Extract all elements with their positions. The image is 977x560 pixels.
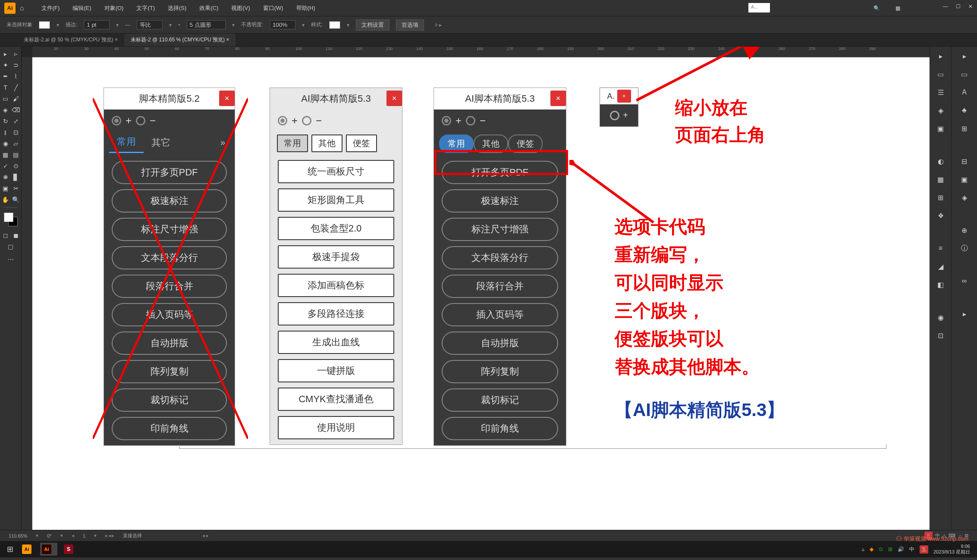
panel-52-btn-5[interactable]: 插入页码等: [112, 303, 227, 326]
draw-mode-behind[interactable]: ◼: [11, 231, 21, 240]
panel-52-btn-2[interactable]: 标注尺寸增强: [112, 218, 227, 241]
tray-ime-1[interactable]: 中: [909, 546, 914, 553]
prefs-button[interactable]: 首选项: [396, 19, 424, 31]
transparency-icon[interactable]: ◧: [935, 278, 947, 291]
shape-builder-tool[interactable]: ◉: [1, 139, 10, 148]
taskbar-app-ai-1[interactable]: Ai: [20, 543, 38, 556]
rectangle-tool[interactable]: ▭: [1, 94, 10, 103]
menu-effect[interactable]: 效果(C): [193, 4, 225, 12]
panel-c-icon[interactable]: ♣: [958, 104, 971, 116]
panel-52-btn-8[interactable]: 裁切标记: [112, 388, 227, 412]
para-icon[interactable]: ⓙ: [958, 242, 971, 254]
search-icon[interactable]: 🔍: [873, 5, 880, 11]
panel-52-btn-3[interactable]: 文本段落分行: [112, 246, 227, 269]
direct-selection-tool[interactable]: ▹: [11, 49, 21, 59]
doc-tab-2[interactable]: 未标题-2 @ 110.65 % (CMYK/CPU 预览) ×: [124, 34, 236, 46]
panel-53-light-radio-1[interactable]: [278, 116, 287, 125]
uniform-input[interactable]: [137, 20, 163, 29]
type-tool[interactable]: T: [1, 83, 10, 92]
panel-53-light-tab-other[interactable]: 其他: [311, 135, 342, 152]
tray-icon-2[interactable]: ◆: [870, 546, 873, 552]
fg-color[interactable]: [4, 213, 13, 222]
mesh-tool[interactable]: ▦: [1, 150, 10, 160]
menu-window[interactable]: 窗口(W): [257, 4, 290, 12]
symbol-sprayer-tool[interactable]: ❋: [1, 172, 10, 182]
panel-53-light-btn-1[interactable]: 矩形圆角工具: [278, 188, 394, 212]
transform-icon[interactable]: ▣: [958, 173, 971, 185]
align-icon[interactable]: ⊩▸: [435, 22, 442, 28]
tray-vol-icon[interactable]: 🔊: [898, 546, 904, 552]
taskbar-app-s[interactable]: S: [60, 543, 77, 556]
panel-53-dark-tab-common[interactable]: 常用: [439, 135, 474, 153]
taskbar-clock[interactable]: 9:06 2023/8/13 星期日: [933, 544, 970, 555]
mini-panel-radio[interactable]: [610, 111, 619, 120]
fill-swatch[interactable]: [39, 21, 50, 29]
minimize-icon[interactable]: —: [943, 3, 948, 9]
perspective-tool[interactable]: ▱: [11, 139, 21, 148]
panel-53-light-btn-7[interactable]: 一键拼版: [278, 359, 394, 382]
tray-ime-2[interactable]: 五: [920, 545, 928, 554]
comments-icon[interactable]: ▸: [958, 50, 971, 62]
panel-53-dark-radio-2[interactable]: [466, 116, 475, 125]
panel-53-dark-close[interactable]: ×: [550, 91, 566, 106]
home-icon[interactable]: ⌂: [20, 4, 24, 12]
menu-view[interactable]: 视图(V): [225, 4, 256, 12]
panel-52-btn-1[interactable]: 极速标注: [112, 189, 227, 213]
zoom-tool[interactable]: 🔍: [11, 195, 21, 204]
panel-53-light-btn-5[interactable]: 多段路径连接: [278, 302, 394, 325]
panel-53-dark-tab-other[interactable]: 其他: [474, 135, 508, 153]
canvas[interactable]: 脚本精简版5.2 × + − 常用 其它 » 打开多页PDF 极速标注: [32, 57, 930, 530]
menu-help[interactable]: 帮助(H): [290, 4, 322, 12]
panel-53-light-tab-common[interactable]: 常用: [277, 135, 308, 152]
search-top[interactable]: A...: [748, 3, 770, 13]
char-icon[interactable]: ⊕: [958, 224, 971, 236]
magic-wand-tool[interactable]: ✦: [1, 60, 10, 70]
shaper-tool[interactable]: ◈: [1, 105, 10, 115]
panel-b-icon[interactable]: A: [958, 86, 971, 98]
panel-53-light-btn-0[interactable]: 统一画板尺寸: [278, 160, 394, 183]
hand-tool[interactable]: ✋: [1, 195, 10, 204]
eyedropper-tool[interactable]: ✓: [1, 161, 10, 171]
panel-52-btn-6[interactable]: 自动拼版: [112, 332, 227, 355]
doc-tab-1[interactable]: 未标题-2.ai @ 50 % (CMYK/CPU 预览) ×: [17, 34, 124, 46]
panel-52-chevron[interactable]: »: [216, 135, 229, 150]
selection-tool[interactable]: ▸: [1, 49, 10, 59]
panel-53-dark-btn-1[interactable]: 极速标注: [442, 189, 558, 213]
start-button[interactable]: ⊞: [3, 544, 18, 554]
stroke-panel-icon[interactable]: ≡: [935, 242, 947, 254]
panel-53-dark-btn-8[interactable]: 裁切标记: [442, 388, 558, 412]
graphic-styles-icon[interactable]: ⊡: [935, 329, 947, 341]
panel-53-light-close[interactable]: ×: [386, 91, 402, 106]
libraries-icon[interactable]: ▭: [935, 68, 947, 80]
close-icon[interactable]: ✕: [968, 3, 973, 9]
panel-53-light-btn-3[interactable]: 极速手提袋: [278, 245, 394, 269]
maximize-icon[interactable]: ☐: [956, 3, 961, 9]
panel-53-dark-tab-note[interactable]: 便签: [508, 135, 543, 153]
artboard-nav[interactable]: 1: [83, 533, 85, 538]
panel-53-dark-btn-4[interactable]: 段落行合并: [442, 275, 558, 298]
menu-object[interactable]: 对象(O): [98, 4, 130, 12]
style-swatch[interactable]: [329, 21, 340, 29]
pen-tool[interactable]: ✒: [1, 72, 10, 81]
panel-53-dark-btn-2[interactable]: 标注尺寸增强: [442, 218, 558, 241]
panel-a-icon[interactable]: ▭: [958, 68, 971, 80]
asset-icon[interactable]: ◈: [935, 104, 947, 116]
panel-52-btn-9[interactable]: 印前角线: [112, 417, 227, 440]
panel-52-radio-1[interactable]: [112, 116, 121, 125]
width-tool[interactable]: ⫿: [1, 128, 10, 137]
symbols-icon[interactable]: ❖: [935, 210, 947, 222]
layers-icon[interactable]: ☰: [935, 86, 947, 98]
panel-52-btn-7[interactable]: 阵列复制: [112, 360, 227, 383]
rotation-value[interactable]: 0°: [47, 533, 52, 538]
lasso-tool[interactable]: ⊃: [11, 60, 21, 70]
panel-53-dark-btn-3[interactable]: 文本段落分行: [442, 246, 558, 269]
stroke-weight-input[interactable]: [84, 20, 110, 29]
panel-52-tab-common[interactable]: 常用: [109, 132, 144, 153]
draw-mode-normal[interactable]: ◻: [1, 231, 10, 240]
properties-icon[interactable]: ▸: [935, 50, 947, 62]
free-transform-tool[interactable]: ⊡: [11, 128, 21, 137]
graph-tool[interactable]: ▊: [11, 172, 21, 182]
app-logo[interactable]: Ai: [4, 3, 16, 14]
align-icon[interactable]: ⊟: [958, 155, 971, 167]
panel-52-btn-4[interactable]: 段落行合并: [112, 275, 227, 298]
